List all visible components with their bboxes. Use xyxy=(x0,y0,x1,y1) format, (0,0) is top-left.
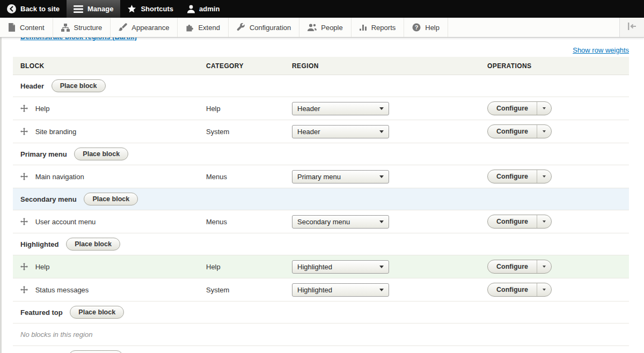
empty-region-row: No blocks in this region xyxy=(13,323,629,346)
block-name: Help xyxy=(35,263,50,271)
menu-item-content[interactable]: Content xyxy=(0,18,53,37)
region-select-value: Highlighted xyxy=(297,263,332,271)
region-title: Secondary menu xyxy=(20,195,77,203)
demonstrate-regions-link[interactable]: Demonstrate block regions (Bartik) xyxy=(20,38,137,41)
menu-label: Reports xyxy=(371,24,396,32)
region-select-value: Header xyxy=(297,128,320,136)
place-block-button[interactable]: Place block xyxy=(84,193,138,205)
block-category: Menus xyxy=(193,165,279,188)
block-name: Site branding xyxy=(35,128,77,136)
configure-dropdown-toggle[interactable] xyxy=(537,283,551,296)
region-select[interactable]: Secondary menu xyxy=(292,215,389,229)
collapse-left-icon xyxy=(627,23,636,32)
region-select[interactable]: Highlighted xyxy=(292,260,389,274)
configure-button[interactable]: Configure xyxy=(487,170,552,183)
region-select[interactable]: Header xyxy=(292,125,389,138)
chevron-down-icon xyxy=(379,130,384,133)
block-name: Status messages xyxy=(35,286,89,294)
place-block-button[interactable]: Place block xyxy=(69,350,123,353)
chevron-down-icon xyxy=(543,175,546,178)
table-row-main-navigation: Main navigation Menus Primary menu Confi… xyxy=(13,165,629,188)
configure-button[interactable]: Configure xyxy=(487,124,552,138)
user-account-tab[interactable]: admin xyxy=(180,0,226,18)
chevron-down-icon xyxy=(379,289,384,291)
table-header-row: BLOCK CATEGORY REGION OPERATIONS xyxy=(13,57,629,75)
back-icon xyxy=(7,4,16,13)
configure-button[interactable]: Configure xyxy=(487,215,552,229)
menu-label: Extend xyxy=(198,24,219,32)
region-select-value: Secondary menu xyxy=(297,218,350,226)
region-row-highlighted: Highlighted Place block xyxy=(13,233,629,255)
block-category: System xyxy=(193,120,279,143)
region-title: Primary menu xyxy=(20,150,67,158)
header-category: CATEGORY xyxy=(193,57,279,75)
configure-button[interactable]: Configure xyxy=(487,283,552,297)
brush-icon xyxy=(119,23,127,32)
configure-dropdown-toggle[interactable] xyxy=(537,260,551,273)
bar-chart-icon xyxy=(360,24,367,31)
toolbar-orientation-toggle[interactable] xyxy=(619,18,644,37)
drag-handle-icon[interactable] xyxy=(20,173,28,180)
region-row-featured-top: Featured top Place block xyxy=(13,301,629,323)
menu-label: Configuration xyxy=(250,24,291,32)
configure-button[interactable]: Configure xyxy=(487,260,552,274)
menu-item-people[interactable]: People xyxy=(299,18,351,37)
configure-dropdown-toggle[interactable] xyxy=(537,215,551,228)
manage-label: Manage xyxy=(87,5,113,13)
back-to-site-label: Back to site xyxy=(20,5,60,13)
menu-item-structure[interactable]: Structure xyxy=(53,18,111,37)
place-block-button[interactable]: Place block xyxy=(66,238,120,251)
place-block-button[interactable]: Place block xyxy=(74,148,128,160)
block-layout-page: Demonstrate block regions (Bartik) Show … xyxy=(0,38,644,353)
back-to-site-button[interactable]: Back to site xyxy=(0,0,67,18)
menu-item-extend[interactable]: Extend xyxy=(178,18,228,37)
admin-toolbar: Content Structure Appearance Extend Conf… xyxy=(0,18,644,38)
region-select[interactable]: Highlighted xyxy=(292,283,389,297)
show-row-weights-link[interactable]: Show row weights xyxy=(573,46,629,54)
configure-dropdown-toggle[interactable] xyxy=(537,170,551,183)
region-select-value: Highlighted xyxy=(297,286,332,294)
menu-item-reports[interactable]: Reports xyxy=(352,18,405,37)
region-select[interactable]: Header xyxy=(292,102,389,115)
drag-handle-icon[interactable] xyxy=(20,105,28,112)
region-row-header: Header Place block xyxy=(13,75,629,97)
block-category: System xyxy=(193,278,279,301)
configure-label: Configure xyxy=(488,215,537,228)
menu-item-configuration[interactable]: Configuration xyxy=(229,18,299,37)
chevron-down-icon xyxy=(379,220,384,223)
region-row-breadcrumb: Breadcrumb Place block xyxy=(13,346,629,353)
place-block-button[interactable]: Place block xyxy=(70,306,124,319)
block-name: User account menu xyxy=(35,218,96,226)
chevron-down-icon xyxy=(543,266,546,268)
drag-handle-icon[interactable] xyxy=(20,218,28,225)
wrench-icon xyxy=(237,23,245,32)
block-category: Help xyxy=(193,97,279,120)
configure-button[interactable]: Configure xyxy=(487,101,552,115)
region-select-value: Primary menu xyxy=(297,173,341,181)
block-name: Main navigation xyxy=(35,173,84,181)
place-block-button[interactable]: Place block xyxy=(52,79,106,92)
manage-tab[interactable]: Manage xyxy=(67,0,120,18)
menu-item-help[interactable]: ? Help xyxy=(404,18,448,37)
shortcuts-label: Shortcuts xyxy=(141,5,173,13)
menu-label: Appearance xyxy=(131,24,169,32)
drag-handle-icon[interactable] xyxy=(20,286,28,293)
blocks-table: BLOCK CATEGORY REGION OPERATIONS Header … xyxy=(13,57,629,353)
shortcuts-tab[interactable]: Shortcuts xyxy=(120,0,180,18)
username-label: admin xyxy=(199,5,219,13)
region-select[interactable]: Primary menu xyxy=(292,170,389,183)
hamburger-icon xyxy=(74,5,83,13)
chevron-down-icon xyxy=(543,107,546,109)
configure-dropdown-toggle[interactable] xyxy=(537,102,551,115)
drag-handle-icon[interactable] xyxy=(20,128,28,135)
drag-handle-icon[interactable] xyxy=(20,263,28,270)
user-icon xyxy=(187,5,195,13)
menu-item-appearance[interactable]: Appearance xyxy=(111,18,178,37)
table-row-help-highlighted: Help Help Highlighted Configure xyxy=(13,255,629,278)
table-row-status-messages: Status messages System Highlighted Confi… xyxy=(13,278,629,301)
region-row-secondary-menu: Secondary menu Place block xyxy=(13,188,629,210)
configure-dropdown-toggle[interactable] xyxy=(537,125,551,138)
menu-label: Content xyxy=(20,24,45,32)
configure-label: Configure xyxy=(488,125,537,138)
top-toolbar: Back to site Manage Shortcuts admin xyxy=(0,0,644,18)
